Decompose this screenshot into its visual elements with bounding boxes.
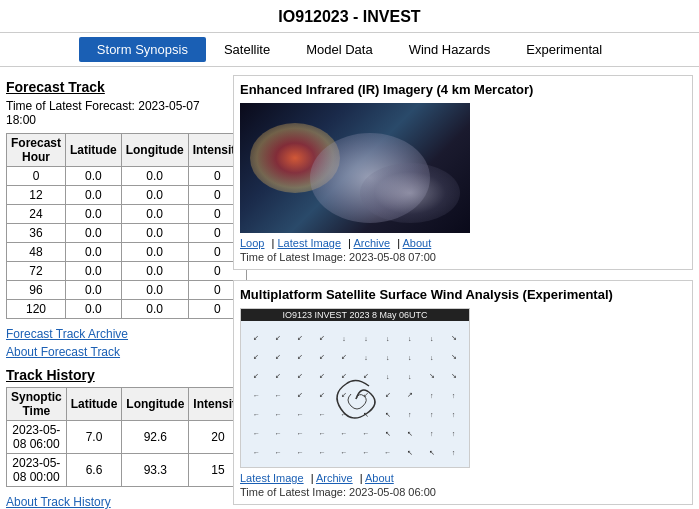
- wind-satellite-image: IO9123 INVEST 2023 8 May 06UTC ↙↙↙↙↓↓↓↓↓…: [240, 308, 470, 468]
- table-cell: 48: [7, 243, 66, 262]
- table-cell: 72: [7, 262, 66, 281]
- wind-arrow: ↙: [268, 348, 289, 366]
- table-cell: 120: [7, 300, 66, 319]
- wind-arrow: ↓: [421, 348, 442, 366]
- tab-experimental[interactable]: Experimental: [508, 37, 620, 62]
- table-cell: 2023-05-08 06:00: [7, 421, 67, 454]
- table-cell: 36: [7, 224, 66, 243]
- wind-archive-link[interactable]: Archive: [316, 472, 353, 484]
- forecast-table-row: 00.00.00: [7, 167, 247, 186]
- ir-archive-link[interactable]: Archive: [353, 237, 390, 249]
- forecast-table-row: 720.00.00: [7, 262, 247, 281]
- table-cell: 6.6: [66, 454, 122, 487]
- wind-image-title-bar: IO9123 INVEST 2023 8 May 06UTC: [241, 309, 469, 321]
- ir-image-time: Time of Latest Image: 2023-05-08 07:00: [240, 251, 686, 263]
- wind-arrow: ↑: [443, 386, 464, 404]
- wind-arrow: ↗: [399, 386, 420, 404]
- tab-storm-synopsis[interactable]: Storm Synopsis: [79, 37, 206, 62]
- wind-arrow: ←: [246, 425, 267, 443]
- table-cell: 12: [7, 186, 66, 205]
- forecast-table-row: 360.00.00: [7, 224, 247, 243]
- col-header-forecast-hour: Forecast Hour: [7, 134, 66, 167]
- table-cell: 0.0: [121, 167, 188, 186]
- ir-about-link[interactable]: About: [403, 237, 432, 249]
- wind-arrow: ←: [268, 444, 289, 462]
- tab-model-data[interactable]: Model Data: [288, 37, 390, 62]
- wind-arrow: ↑: [421, 386, 442, 404]
- wind-spiral-svg: [321, 364, 391, 434]
- table-cell: 0.0: [66, 205, 122, 224]
- wind-arrow: ↓: [377, 329, 398, 347]
- wind-arrow: ↓: [399, 367, 420, 385]
- table-cell: 0.0: [121, 186, 188, 205]
- wind-arrow: ↑: [443, 406, 464, 424]
- wind-arrow: ←: [268, 425, 289, 443]
- wind-arrow: ←: [290, 444, 311, 462]
- wind-arrow: ↖: [399, 444, 420, 462]
- table-cell: 0.0: [66, 262, 122, 281]
- wind-about-link[interactable]: About: [365, 472, 394, 484]
- track-history-table: Synoptic Time Latitude Longitude Intensi…: [6, 387, 248, 487]
- table-cell: 0.0: [66, 300, 122, 319]
- wind-arrow: ↘: [421, 367, 442, 385]
- wind-arrow: ↓: [355, 329, 376, 347]
- wind-arrow: ↓: [421, 329, 442, 347]
- page-title: IO912023 - INVEST: [0, 0, 699, 33]
- wind-arrow: ↘: [443, 367, 464, 385]
- tab-satellite[interactable]: Satellite: [206, 37, 288, 62]
- ir-satellite-image: [240, 103, 470, 233]
- wind-arrow: ←: [312, 444, 333, 462]
- table-cell: 0.0: [66, 167, 122, 186]
- wind-arrow: ←: [268, 386, 289, 404]
- wind-arrow: ↑: [399, 406, 420, 424]
- wind-image-links: Latest Image | Archive | About: [240, 472, 686, 484]
- table-cell: 0.0: [121, 224, 188, 243]
- left-panel: Forecast Track Time of Latest Forecast: …: [6, 75, 221, 509]
- table-cell: 0: [7, 167, 66, 186]
- wind-image-time: Time of Latest Image: 2023-05-08 06:00: [240, 486, 686, 498]
- wind-latest-image-link[interactable]: Latest Image: [240, 472, 304, 484]
- navigation-bar: Storm Synopsis Satellite Model Data Wind…: [0, 33, 699, 67]
- wind-arrow: ←: [246, 406, 267, 424]
- table-cell: 2023-05-08 00:00: [7, 454, 67, 487]
- forecast-table: Forecast Hour Latitude Longitude Intensi…: [6, 133, 247, 319]
- table-cell: 92.6: [122, 421, 189, 454]
- table-cell: 0.0: [121, 281, 188, 300]
- wind-arrow: ↙: [312, 329, 333, 347]
- wind-arrow: ↙: [290, 386, 311, 404]
- tab-wind-hazards[interactable]: Wind Hazards: [391, 37, 509, 62]
- about-forecast-track-link[interactable]: About Forecast Track: [6, 345, 221, 359]
- wind-arrow: ↖: [421, 444, 442, 462]
- wind-arrow: ↙: [246, 329, 267, 347]
- forecast-table-row: 480.00.00: [7, 243, 247, 262]
- track-history-row: 2023-05-08 00:006.693.315: [7, 454, 248, 487]
- ir-loop-link[interactable]: Loop: [240, 237, 264, 249]
- track-history-row: 2023-05-08 06:007.092.620: [7, 421, 248, 454]
- wind-arrow: ←: [355, 444, 376, 462]
- forecast-table-row: 960.00.00: [7, 281, 247, 300]
- table-cell: 0.0: [66, 224, 122, 243]
- wind-arrow: ↑: [443, 425, 464, 443]
- wind-arrow: ↘: [443, 348, 464, 366]
- forecast-track-archive-link[interactable]: Forecast Track Archive: [6, 327, 221, 341]
- wind-arrow: ↘: [443, 329, 464, 347]
- wind-arrow: ←: [246, 386, 267, 404]
- about-track-history-link[interactable]: About Track History: [6, 495, 221, 509]
- wind-arrow: ↓: [399, 329, 420, 347]
- col-header-lat: Latitude: [66, 388, 122, 421]
- table-cell: 7.0: [66, 421, 122, 454]
- wind-arrow: ←: [268, 406, 289, 424]
- table-cell: 93.3: [122, 454, 189, 487]
- table-cell: 0.0: [66, 243, 122, 262]
- wind-arrow: ←: [246, 444, 267, 462]
- wind-arrow: ↙: [290, 367, 311, 385]
- table-cell: 0.0: [121, 205, 188, 224]
- wind-arrow: ↙: [268, 329, 289, 347]
- forecast-table-row: 120.00.00: [7, 186, 247, 205]
- col-header-lon: Longitude: [122, 388, 189, 421]
- table-cell: 0.0: [121, 300, 188, 319]
- wind-arrow: ↑: [443, 444, 464, 462]
- table-cell: 0.0: [66, 281, 122, 300]
- col-header-synoptic-time: Synoptic Time: [7, 388, 67, 421]
- ir-latest-image-link[interactable]: Latest Image: [277, 237, 341, 249]
